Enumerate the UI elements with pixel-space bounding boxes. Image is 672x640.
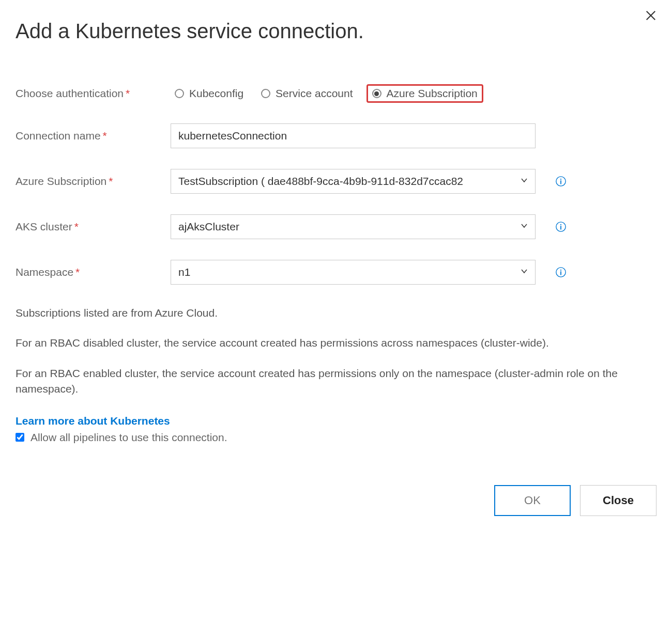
radio-kubeconfig-label: Kubeconfig xyxy=(189,87,243,100)
namespace-value: n1 xyxy=(178,266,190,278)
row-azure-subscription: Azure Subscription* TestSubscription ( d… xyxy=(16,169,656,194)
row-connection-name: Connection name* xyxy=(16,123,656,148)
info-icon[interactable] xyxy=(555,176,567,187)
radio-azure-subscription-label: Azure Subscription xyxy=(387,87,478,100)
ok-button[interactable]: OK xyxy=(494,485,571,516)
required-asterisk: * xyxy=(109,175,113,187)
azure-subscription-value: TestSubscription ( dae488bf-9cca-4b9b-91… xyxy=(178,175,463,188)
required-asterisk: * xyxy=(126,87,130,99)
note-subscriptions: Subscriptions listed are from Azure Clou… xyxy=(16,305,656,321)
row-authentication: Choose authentication* Kubeconfig Servic… xyxy=(16,84,656,103)
radio-icon xyxy=(175,89,184,98)
close-icon[interactable] xyxy=(645,9,656,24)
note-rbac-disabled: For an RBAC disabled cluster, the servic… xyxy=(16,335,656,351)
svg-rect-7 xyxy=(560,226,561,229)
auth-radio-group: Kubeconfig Service account Azure Subscri… xyxy=(171,84,656,103)
label-namespace-text: Namespace xyxy=(16,266,73,278)
dialog-buttons: OK Close xyxy=(16,485,656,516)
required-asterisk: * xyxy=(75,266,80,278)
required-asterisk: * xyxy=(74,221,79,232)
note-rbac-enabled: For an RBAC enabled cluster, the service… xyxy=(16,366,656,397)
label-connection-name: Connection name* xyxy=(16,130,171,142)
label-authentication: Choose authentication* xyxy=(16,87,171,100)
svg-rect-10 xyxy=(560,271,561,275)
radio-service-account-label: Service account xyxy=(276,87,353,100)
connection-name-input[interactable] xyxy=(171,123,536,148)
label-azure-subscription-text: Azure Subscription xyxy=(16,175,106,187)
radio-icon xyxy=(372,89,381,98)
close-button[interactable]: Close xyxy=(580,485,656,516)
row-namespace: Namespace* n1 xyxy=(16,260,656,285)
dialog-title: Add a Kubernetes service connection. xyxy=(16,20,656,43)
svg-point-9 xyxy=(560,270,561,271)
namespace-select[interactable]: n1 xyxy=(171,260,536,285)
svg-point-3 xyxy=(560,179,561,180)
label-azure-subscription: Azure Subscription* xyxy=(16,175,171,188)
label-namespace: Namespace* xyxy=(16,266,171,278)
row-aks-cluster: AKS cluster* ajAksCluster xyxy=(16,214,656,239)
allow-all-pipelines-row: Allow all pipelines to use this connecti… xyxy=(16,431,656,444)
allow-all-pipelines-checkbox[interactable] xyxy=(16,433,24,442)
svg-rect-4 xyxy=(560,180,561,184)
radio-azure-subscription[interactable]: Azure Subscription xyxy=(366,84,483,103)
radio-service-account[interactable]: Service account xyxy=(257,86,357,101)
aks-cluster-select[interactable]: ajAksCluster xyxy=(171,214,536,239)
notes-section: Subscriptions listed are from Azure Clou… xyxy=(16,305,656,397)
azure-subscription-select[interactable]: TestSubscription ( dae488bf-9cca-4b9b-91… xyxy=(171,169,536,194)
label-aks-cluster-text: AKS cluster xyxy=(16,221,72,232)
label-authentication-text: Choose authentication xyxy=(16,87,124,99)
label-connection-name-text: Connection name xyxy=(16,130,101,142)
label-aks-cluster: AKS cluster* xyxy=(16,221,171,233)
info-icon[interactable] xyxy=(555,221,567,232)
radio-kubeconfig[interactable]: Kubeconfig xyxy=(171,86,248,101)
learn-more-link[interactable]: Learn more about Kubernetes xyxy=(16,415,170,427)
allow-all-pipelines-label: Allow all pipelines to use this connecti… xyxy=(30,431,227,444)
required-asterisk: * xyxy=(103,130,107,142)
radio-icon xyxy=(261,89,270,98)
svg-point-6 xyxy=(560,224,561,225)
aks-cluster-value: ajAksCluster xyxy=(178,221,239,233)
info-icon[interactable] xyxy=(555,267,567,278)
